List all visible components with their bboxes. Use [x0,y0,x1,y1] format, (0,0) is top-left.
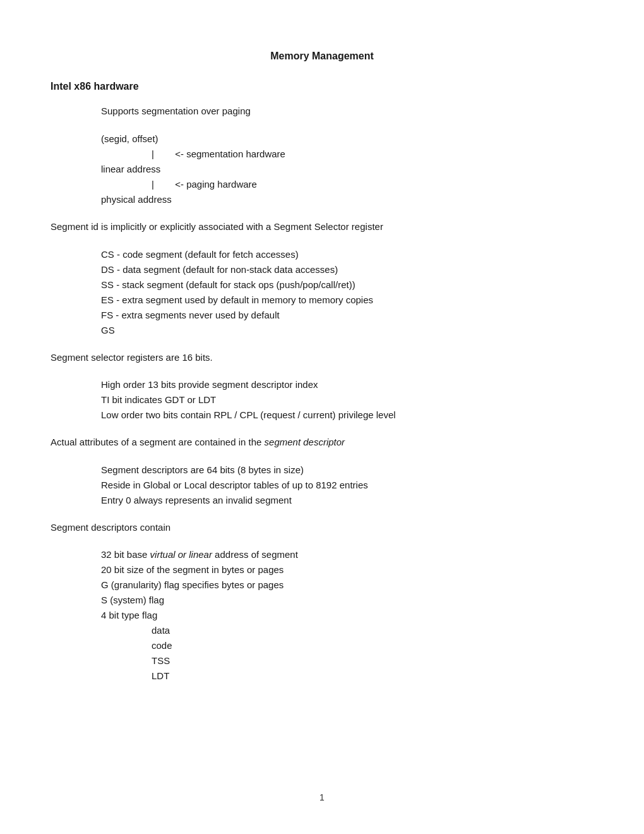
code-line: code [152,638,593,653]
bits-list-block: High order 13 bits provide segment descr… [51,377,593,423]
diagram-line-5: physical address [101,192,593,207]
gs-line: GS [101,323,593,338]
entry0-line: Entry 0 always represents an invalid seg… [101,493,593,508]
64-bit-line: Segment descriptors are 64 bits (8 bytes… [101,462,593,478]
diagram-block: (segid, offset) | <- segmentation hardwa… [51,131,593,207]
segment-id-paragraph: Segment id is implicitly or explicitly a… [51,220,593,234]
ti-bit-line: TI bit indicates GDT or LDT [101,392,593,408]
es-line: ES - extra segment used by default in me… [101,293,593,308]
data-line: data [152,623,593,638]
segment-descriptors-contain-text: Segment descriptors contain [51,521,593,535]
supports-paragraph: Supports segmentation over paging [51,104,593,119]
page-title: Memory Management [51,51,593,62]
system-flag-line: S (system) flag [101,593,593,608]
segment-selector-paragraph: Segment selector registers are 16 bits. [51,351,593,365]
20-bit-line: 20 bit size of the segment in bytes or p… [101,562,593,577]
diagram-line-4: | <- paging hardware [152,177,593,192]
segment-selector-text: Segment selector registers are 16 bits. [51,351,593,365]
ss-line: SS - stack segment (default for stack op… [101,277,593,293]
segment-descriptor-italic: segment descriptor [265,437,345,447]
ds-line: DS - data segment (default for non-stack… [101,262,593,277]
low-order-line: Low order two bits contain RPL / CPL (re… [101,408,593,423]
fs-line: FS - extra segments never used by defaul… [101,308,593,323]
32-bit-base-line: 32 bit base virtual or linear address of… [101,547,593,562]
segment-descriptors-contain-paragraph: Segment descriptors contain [51,521,593,535]
cs-line: CS - code segment (default for fetch acc… [101,247,593,262]
descriptor-list-block: Segment descriptors are 64 bits (8 bytes… [51,462,593,508]
actual-attributes-text: Actual attributes of a segment are conta… [51,435,593,450]
descriptors-contain-list: 32 bit base virtual or linear address of… [51,547,593,684]
title-text: Memory Management [270,51,374,61]
reside-line: Reside in Global or Local descriptor tab… [101,478,593,493]
section-intel-x86: Intel x86 hardware Supports segmentation… [51,81,593,684]
diagram-line-2: | <- segmentation hardware [152,147,593,162]
supports-text: Supports segmentation over paging [101,104,593,119]
page-number: 1 [319,792,325,802]
section-heading: Intel x86 hardware [51,81,593,92]
4bit-type-line: 4 bit type flag [101,608,593,623]
ldt-line: LDT [152,668,593,684]
page: Memory Management Intel x86 hardware Sup… [0,0,644,834]
diagram-line-3: linear address [101,162,593,177]
segment-id-text: Segment id is implicitly or explicitly a… [51,220,593,234]
granularity-line: G (granularity) flag specifies bytes or … [101,577,593,593]
diagram-line-1: (segid, offset) [101,131,593,147]
actual-attributes-paragraph: Actual attributes of a segment are conta… [51,435,593,450]
register-list-block: CS - code segment (default for fetch acc… [51,247,593,338]
virtual-or-linear-italic: virtual or linear [150,549,212,560]
high-order-line: High order 13 bits provide segment descr… [101,377,593,392]
tss-line: TSS [152,653,593,668]
